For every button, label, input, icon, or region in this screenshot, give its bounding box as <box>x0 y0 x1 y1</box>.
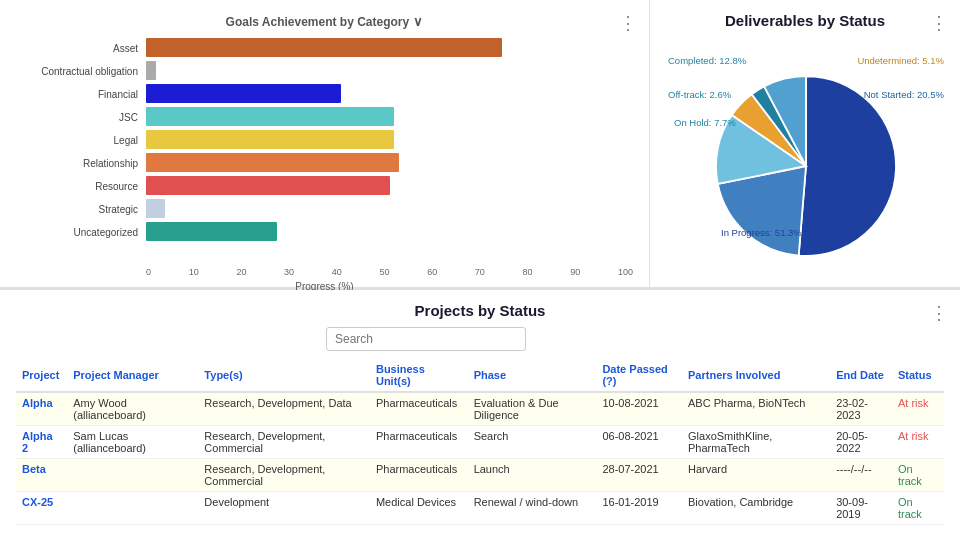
bar-label: Asset <box>16 42 146 53</box>
table-cell: Biovation, Cambridge <box>682 492 830 525</box>
table-cell: Search <box>468 426 597 459</box>
x-tick: 50 <box>379 267 389 277</box>
pie-label: Completed: 12.8% <box>668 55 746 66</box>
table-row: BetaResearch, Development, CommercialPha… <box>16 459 944 492</box>
bar-fill <box>146 84 341 103</box>
table-cell: Beta <box>16 459 67 492</box>
bar-wrapper <box>146 61 633 80</box>
bar-fill <box>146 199 165 218</box>
table-row: Alpha 2Sam Lucas (allianceboard)Research… <box>16 426 944 459</box>
search-bar-container <box>326 327 526 351</box>
table-cell: 06-08-2021 <box>596 426 682 459</box>
bar-row: Financial <box>16 83 633 104</box>
table-column-header: Project <box>16 359 67 392</box>
table-cell: At risk <box>892 392 944 426</box>
table-column-header: End Date <box>830 359 892 392</box>
bar-row: Relationship <box>16 152 633 173</box>
table-cell: ABC Pharma, BioNTech <box>682 392 830 426</box>
bar-wrapper <box>146 176 633 195</box>
bar-label: JSC <box>16 111 146 122</box>
bar-fill <box>146 107 394 126</box>
bar-wrapper <box>146 222 633 241</box>
bar-label: Uncategorized <box>16 226 146 237</box>
x-tick: 60 <box>427 267 437 277</box>
table-column-header: Status <box>892 359 944 392</box>
table-cell: 16-01-2019 <box>596 492 682 525</box>
table-body: AlphaAmy Wood (allianceboard)Research, D… <box>16 392 944 525</box>
project-link[interactable]: Alpha 2 <box>22 430 53 454</box>
bar-fill <box>146 222 277 241</box>
x-tick: 90 <box>570 267 580 277</box>
goals-chart-panel: Goals Achievement by Category ∨ ⋮ Uncate… <box>0 0 650 287</box>
bar-label: Resource <box>16 180 146 191</box>
table-cell: On track <box>892 492 944 525</box>
bar-row: Strategic <box>16 198 633 219</box>
deliverables-chart-panel: Deliverables by Status ⋮ Completed: 12.8… <box>650 0 960 287</box>
table-cell: Evaluation & Due Diligence <box>468 392 597 426</box>
bar-chart: UncategorizedStrategicResourceRelationsh… <box>16 37 633 277</box>
table-cell: At risk <box>892 426 944 459</box>
table-cell: 20-05-2022 <box>830 426 892 459</box>
pie-label: In Progress: 51.3% <box>721 227 802 238</box>
table-cell: ----/--/-- <box>830 459 892 492</box>
table-column-header: Project Manager <box>67 359 198 392</box>
table-cell: 28-07-2021 <box>596 459 682 492</box>
bar-label: Strategic <box>16 203 146 214</box>
table-column-header: Business Unit(s) <box>370 359 468 392</box>
projects-more-icon[interactable]: ⋮ <box>930 302 948 324</box>
table-cell: Amy Wood (allianceboard) <box>67 392 198 426</box>
bar-row: Uncategorized <box>16 221 633 242</box>
table-cell: Alpha 2 <box>16 426 67 459</box>
bar-fill <box>146 38 502 57</box>
pie-label: Off-track: 2.6% <box>668 89 731 100</box>
bar-row: Legal <box>16 129 633 150</box>
table-column-header: Phase <box>468 359 597 392</box>
table-cell: Research, Development, Commercial <box>198 459 370 492</box>
bar-wrapper <box>146 130 633 149</box>
table-row: CX-25DevelopmentMedical DevicesRenewal /… <box>16 492 944 525</box>
deliverables-more-icon[interactable]: ⋮ <box>930 12 948 34</box>
table-cell: CX-25 <box>16 492 67 525</box>
table-column-header: Partners Involved <box>682 359 830 392</box>
pie-label: On Hold: 7.7% <box>674 117 736 128</box>
table-cell: Development <box>198 492 370 525</box>
table-column-header: Date Passed (?) <box>596 359 682 392</box>
pie-container: Completed: 12.8%Off-track: 2.6%On Hold: … <box>666 37 946 277</box>
search-input[interactable] <box>326 327 526 351</box>
project-link[interactable]: Alpha <box>22 397 53 409</box>
table-cell: 10-08-2021 <box>596 392 682 426</box>
bar-row: Resource <box>16 175 633 196</box>
bar-fill <box>146 130 394 149</box>
table-cell: Pharmaceuticals <box>370 392 468 426</box>
table-cell: Alpha <box>16 392 67 426</box>
bar-wrapper <box>146 107 633 126</box>
table-cell: Research, Development, Data <box>198 392 370 426</box>
bar-row: Contractual obligation <box>16 60 633 81</box>
bar-wrapper <box>146 199 633 218</box>
chevron-down-icon[interactable]: ∨ <box>413 14 423 29</box>
table-cell: 23-02-2023 <box>830 392 892 426</box>
table-header: ProjectProject ManagerType(s)Business Un… <box>16 359 944 392</box>
table-cell: Pharmaceuticals <box>370 426 468 459</box>
table-cell: Launch <box>468 459 597 492</box>
pie-labels: Completed: 12.8%Off-track: 2.6%On Hold: … <box>666 37 946 277</box>
bar-fill <box>146 176 390 195</box>
table-cell: 30-09-2019 <box>830 492 892 525</box>
goals-chart-title: Goals Achievement by Category ∨ <box>16 12 633 29</box>
x-tick: 70 <box>475 267 485 277</box>
x-tick: 0 <box>146 267 151 277</box>
projects-section: Projects by Status ⋮ ProjectProject Mana… <box>0 290 960 551</box>
bar-wrapper <box>146 84 633 103</box>
goals-more-icon[interactable]: ⋮ <box>619 12 637 34</box>
bar-label: Legal <box>16 134 146 145</box>
x-tick: 40 <box>332 267 342 277</box>
bar-row: JSC <box>16 106 633 127</box>
x-axis: 0102030405060708090100 <box>146 267 633 277</box>
table-cell: Sam Lucas (allianceboard) <box>67 426 198 459</box>
bar-fill <box>146 153 399 172</box>
table-row: AlphaAmy Wood (allianceboard)Research, D… <box>16 392 944 426</box>
projects-table: ProjectProject ManagerType(s)Business Un… <box>16 359 944 525</box>
project-link[interactable]: CX-25 <box>22 496 53 508</box>
table-cell: GlaxoSmithKline, PharmaTech <box>682 426 830 459</box>
project-link[interactable]: Beta <box>22 463 46 475</box>
